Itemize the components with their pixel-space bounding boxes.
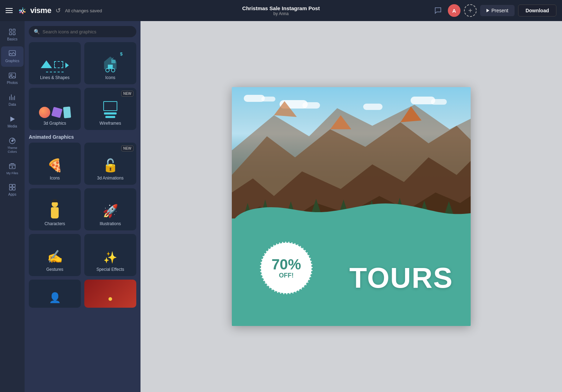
extra-item-2[interactable]: ● (84, 280, 136, 308)
special-effects-item[interactable]: ✨ Special Effects (84, 234, 136, 276)
svg-marker-10 (11, 117, 15, 122)
extra-item-1[interactable]: 👤 (29, 280, 81, 308)
discount-off-text: OFF! (279, 272, 294, 279)
sidebar-item-basics-label: Basics (7, 37, 17, 41)
sidebar-item-theme-colors[interactable]: ThemeColors (1, 133, 24, 157)
3d-graphics-label: 3d Graphics (44, 121, 66, 126)
document-subtitle: by Anna (273, 11, 288, 16)
svg-rect-19 (111, 60, 116, 63)
play-icon (486, 9, 489, 12)
svg-rect-14 (9, 184, 12, 187)
special-effects-icon: ✨ (103, 251, 117, 264)
3d-graphics-item[interactable]: 3d Graphics (29, 88, 81, 130)
svg-point-2 (22, 10, 24, 12)
search-icon: 🔍 (34, 29, 40, 34)
characters-icon (51, 201, 59, 218)
svg-rect-4 (13, 29, 15, 31)
graphics-panel: 🔍 Lines & Shapes (25, 21, 140, 392)
extra-grid: 👤 ● (29, 280, 136, 308)
canvas-area[interactable]: 70% OFF! TOURS (140, 21, 562, 392)
media-icon (8, 115, 16, 123)
icons-label: Icons (105, 75, 116, 80)
logo-text: visme (30, 6, 51, 15)
sidebar-item-data[interactable]: Data (1, 90, 24, 110)
static-graphics-grid: Lines & Shapes $ (29, 42, 136, 130)
gestures-label: Gestures (46, 267, 64, 272)
saved-status: All changes saved (65, 8, 102, 13)
search-input[interactable] (43, 29, 131, 34)
svg-rect-7 (9, 51, 15, 56)
svg-rect-6 (13, 33, 15, 35)
3d-graphics-icon (39, 107, 71, 118)
3d-animations-icon: 🔓 (103, 158, 118, 173)
svg-rect-16 (9, 188, 12, 190)
animated-icons-icon: 🍕 (47, 158, 63, 173)
wireframes-item[interactable]: NEW Wireframes (84, 88, 136, 130)
illustrations-item[interactable]: 🚀 Illustrations (84, 188, 136, 230)
tours-text: TOURS (349, 261, 453, 294)
sidebar-item-media[interactable]: Media (1, 112, 24, 132)
sidebar-item-my-files[interactable]: My Files (1, 159, 24, 179)
svg-marker-23 (400, 106, 422, 122)
sidebar-item-media-label: Media (7, 124, 17, 129)
svg-rect-5 (9, 33, 12, 35)
gestures-icon: ✍️ (47, 249, 63, 264)
svg-rect-17 (13, 188, 15, 190)
top-navigation: visme ↺ All changes saved Christmas Sale… (0, 0, 562, 21)
gestures-item[interactable]: ✍️ Gestures (29, 234, 81, 276)
characters-item[interactable]: Characters (29, 188, 81, 230)
new-badge: NEW (121, 91, 133, 97)
hamburger-menu[interactable] (6, 8, 13, 13)
animated-icons-label: Icons (50, 176, 60, 181)
canvas-frame[interactable]: 70% OFF! TOURS (232, 87, 471, 326)
extra-icon-1: 👤 (49, 292, 61, 303)
illustrations-icon: 🚀 (103, 204, 118, 218)
sidebar-item-photos-label: Photos (7, 81, 18, 85)
sidebar-item-theme-colors-label: ThemeColors (7, 146, 17, 154)
document-title[interactable]: Christmas Sale Instagram Post (242, 5, 320, 11)
sidebar-item-apps[interactable]: Apps (1, 180, 24, 200)
svg-point-12 (11, 140, 13, 142)
discount-content: 70% OFF! (272, 257, 301, 279)
present-button[interactable]: Present (480, 5, 515, 16)
logo: visme (17, 5, 51, 16)
search-bar[interactable]: 🔍 (29, 26, 136, 37)
illustrations-label: Illustrations (100, 221, 121, 226)
animated-icons-item[interactable]: 🍕 Icons (29, 143, 81, 185)
wave-svg (232, 197, 471, 226)
my-files-icon (8, 162, 16, 170)
lines-shapes-label: Lines & Shapes (40, 75, 70, 80)
discount-percentage: 70% (272, 257, 301, 272)
sidebar-item-graphics[interactable]: Graphics (1, 46, 24, 67)
static-graphics-section: Lines & Shapes $ (25, 41, 140, 313)
animated-graphics-grid: 🍕 Icons NEW 🔓 3d Animations (29, 143, 136, 276)
sidebar-item-apps-label: Apps (8, 192, 17, 197)
icons-illustration: $ (102, 55, 119, 72)
visme-logo-icon (17, 5, 28, 16)
svg-marker-22 (330, 115, 351, 129)
sidebar-item-basics[interactable]: Basics (1, 25, 24, 45)
lines-shapes-item[interactable]: Lines & Shapes (29, 42, 81, 84)
icons-item[interactable]: $ Icons (84, 42, 136, 84)
lines-shapes-icon (41, 60, 69, 72)
add-collaborator-button[interactable]: + (464, 4, 477, 17)
extra-icon-2: ● (108, 294, 113, 303)
sidebar-item-photos[interactable]: Photos (1, 68, 24, 89)
photos-icon (8, 72, 16, 79)
sidebar-item-graphics-label: Graphics (5, 59, 19, 63)
3d-animations-item[interactable]: NEW 🔓 3d Animations (84, 143, 136, 185)
graphics-icon (8, 50, 16, 58)
undo-icon[interactable]: ↺ (55, 7, 61, 14)
theme-colors-icon (8, 137, 16, 145)
chat-button[interactable] (432, 4, 444, 17)
discount-badge: 70% OFF! (260, 242, 313, 294)
basics-icon (8, 28, 16, 36)
sidebar-item-data-label: Data (8, 103, 16, 107)
3d-animations-label: 3d Animations (97, 176, 123, 181)
special-effects-label: Special Effects (96, 267, 124, 272)
avatar[interactable]: A (448, 4, 460, 17)
main-layout: Basics Graphics Photos Data (0, 21, 562, 392)
characters-label: Characters (45, 221, 65, 226)
animated-section-label: Animated Graphics (29, 134, 136, 140)
download-button[interactable]: Download (518, 5, 556, 17)
